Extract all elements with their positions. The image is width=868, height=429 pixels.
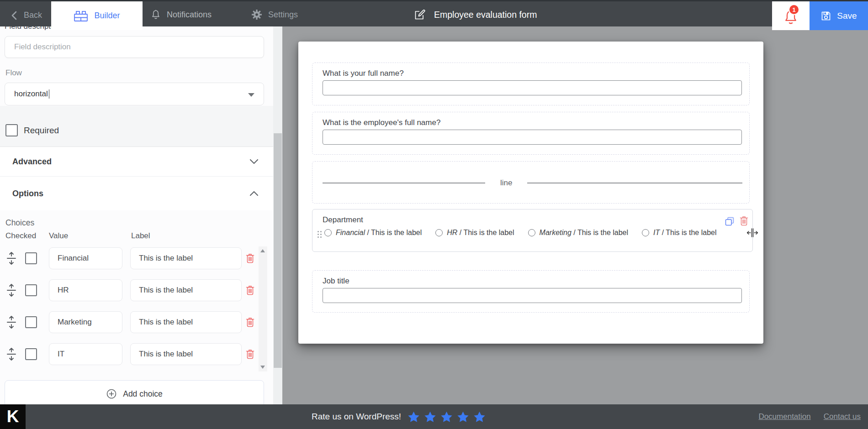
tab-settings[interactable]: Settings: [251, 1, 298, 28]
radio-button-icon[interactable]: [528, 229, 535, 236]
trash-icon[interactable]: [245, 349, 255, 360]
options-section-header[interactable]: Options: [0, 177, 273, 210]
trash-icon[interactable]: [245, 285, 255, 296]
choice-label-input[interactable]: [130, 279, 242, 301]
back-button[interactable]: Back: [10, 3, 42, 28]
delete-field-icon[interactable]: [739, 215, 749, 226]
radio-button-icon[interactable]: [435, 229, 443, 236]
choice-checked-checkbox[interactable]: [25, 252, 37, 264]
text-input[interactable]: [323, 288, 742, 303]
save-button[interactable]: Save: [810, 1, 868, 30]
rating-stars[interactable]: [408, 411, 486, 423]
add-choice-button[interactable]: Add choice: [5, 380, 264, 408]
edit-pencil-icon[interactable]: [413, 8, 426, 21]
choice-value-input[interactable]: [49, 311, 122, 333]
option-label: This is the label: [463, 229, 514, 236]
chevron-left-icon: [10, 11, 18, 20]
field-label: What is the employee's full name?: [323, 118, 440, 127]
field-description-input[interactable]: [5, 36, 264, 58]
scroll-up-icon[interactable]: [260, 249, 265, 252]
text-cursor: [49, 89, 49, 99]
text-input[interactable]: [323, 130, 742, 145]
footer-links: Documentation Contact us: [758, 404, 861, 429]
required-checkbox[interactable]: [5, 124, 18, 136]
form-field-text[interactable]: Job title: [312, 270, 750, 313]
notification-bell-button[interactable]: 1: [772, 1, 810, 30]
divider-line: [527, 183, 742, 183]
form-field-text[interactable]: What is your full name?: [312, 63, 750, 105]
choice-value-input[interactable]: [49, 343, 122, 365]
radio-option: HR / This is the label: [435, 229, 514, 237]
field-label: What is your full name?: [323, 69, 404, 78]
choice-checked-checkbox[interactable]: [25, 316, 37, 328]
resize-width-handle[interactable]: [746, 228, 758, 238]
radio-option: Financial / This is the label: [324, 229, 422, 237]
tab-builder[interactable]: Builder: [51, 1, 143, 30]
choice-value-input[interactable]: [49, 247, 122, 269]
form-field-radio-selected[interactable]: Department Financial / This is the label…: [312, 209, 753, 252]
advanced-label: Advanced: [12, 157, 52, 167]
form-title-group: Employee evaluation form: [413, 1, 537, 28]
add-choice-label: Add choice: [123, 389, 163, 399]
app-window: Back Builder Notifications Settings Empl…: [0, 0, 868, 429]
documentation-link[interactable]: Documentation: [758, 412, 810, 421]
column-header-label: Label: [131, 231, 150, 241]
field-settings-sidebar: Field description Flow horizontal Requir…: [0, 0, 273, 404]
choice-row: [0, 311, 273, 333]
choices-scrollbar[interactable]: [259, 246, 267, 371]
choice-row: [0, 343, 273, 365]
radio-button-icon[interactable]: [642, 229, 649, 236]
contact-us-link[interactable]: Contact us: [824, 412, 861, 421]
option-separator: /: [572, 229, 577, 236]
form-title[interactable]: Employee evaluation form: [434, 10, 537, 20]
choice-row: [0, 279, 273, 301]
tab-notifications-label: Notifications: [167, 10, 212, 20]
drag-handle-dots[interactable]: [318, 231, 322, 238]
drag-vertical-icon[interactable]: [5, 315, 17, 329]
option-value: Marketing: [540, 229, 572, 236]
drag-vertical-icon[interactable]: [5, 347, 17, 361]
field-label: Job title: [323, 277, 349, 286]
star-icon[interactable]: [473, 411, 486, 423]
radio-button-icon[interactable]: [324, 229, 332, 236]
trash-icon[interactable]: [245, 253, 255, 264]
scroll-down-icon[interactable]: [260, 366, 265, 369]
plus-circle-icon: [106, 388, 117, 399]
flow-select[interactable]: horizontal: [5, 83, 264, 105]
sidebar-scrollbar[interactable]: [273, 26, 282, 404]
choice-checked-checkbox[interactable]: [25, 348, 37, 360]
choice-value-input[interactable]: [49, 279, 122, 301]
builder-brick-icon: [74, 10, 88, 22]
drag-vertical-icon[interactable]: [5, 283, 17, 297]
star-icon[interactable]: [457, 411, 469, 423]
tab-notifications[interactable]: Notifications: [151, 1, 212, 28]
star-icon[interactable]: [440, 411, 453, 423]
option-value: Financial: [336, 229, 365, 236]
trash-icon[interactable]: [245, 317, 255, 328]
form-field-divider[interactable]: line: [312, 161, 750, 204]
duplicate-field-icon[interactable]: [724, 216, 735, 227]
option-separator: /: [660, 229, 666, 236]
advanced-section-header[interactable]: Advanced: [0, 147, 273, 176]
star-icon[interactable]: [424, 411, 436, 423]
option-separator: /: [457, 229, 463, 236]
option-value: IT: [653, 229, 660, 236]
tab-builder-label: Builder: [94, 11, 120, 21]
star-icon[interactable]: [408, 411, 420, 423]
chevron-up-icon: [249, 191, 259, 196]
choice-label-input[interactable]: [130, 247, 242, 269]
choice-label-input[interactable]: [130, 311, 242, 333]
footer-bar: K Rate us on WordPress! Documentation Co…: [0, 404, 868, 429]
rate-us-text: Rate us on WordPress!: [312, 412, 401, 422]
drag-vertical-icon[interactable]: [5, 251, 17, 265]
form-field-text[interactable]: What is the employee's full name?: [312, 112, 750, 155]
choice-checked-checkbox[interactable]: [25, 284, 37, 296]
rate-us-group[interactable]: Rate us on WordPress!: [312, 404, 486, 429]
scrollbar-thumb[interactable]: [274, 133, 282, 368]
form-canvas: What is your full name? What is the empl…: [282, 26, 868, 404]
flow-selected-value: horizontal: [14, 89, 48, 99]
field-label: Department: [323, 215, 363, 225]
option-label: This is the label: [371, 229, 422, 236]
choice-label-input[interactable]: [130, 343, 242, 365]
text-input[interactable]: [323, 80, 742, 95]
